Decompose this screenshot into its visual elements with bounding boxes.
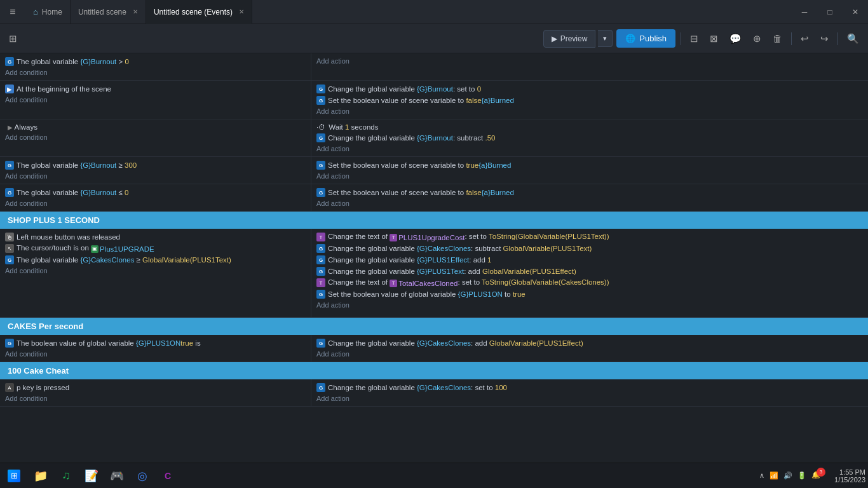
publish-button[interactable]: 🌐 Publish (616, 29, 675, 48)
close-button[interactable]: ✕ (843, 0, 868, 24)
condition-text: The global variable {G}Burnout ≤ 0 (17, 189, 128, 196)
global-var-icon: G (316, 255, 325, 264)
event-group-header[interactable]: SHOP PLUS 1 SECOND (0, 212, 868, 229)
action-item: GSet the boolean value of scene variable… (316, 159, 863, 171)
event-group-header[interactable]: CAKES Per second (0, 318, 868, 335)
action-text: Change the global variable {G}PLUS1Effec… (328, 256, 491, 264)
event-row: ▶At the beginning of the sceneAdd condit… (0, 81, 868, 119)
taskbar-app-cursor[interactable]: C (156, 464, 179, 487)
global-var-icon: G (316, 290, 325, 299)
tab-untitled-scene-close[interactable]: ✕ (133, 8, 138, 15)
tab-untitled-scene[interactable]: Untitled scene ✕ (71, 0, 146, 24)
taskbar-app-notepad[interactable]: 📝 (80, 464, 103, 487)
taskbar-app-chrome[interactable]: ◎ (131, 464, 154, 487)
search-button[interactable]: 🔍 (843, 30, 863, 47)
condition-text: The cursor/touch is on ▣Plus1UPGRADE (17, 244, 154, 253)
taskbar-app-spotify[interactable]: ♫ (55, 464, 78, 487)
notification-area[interactable]: 🔔3 (811, 471, 829, 480)
conditions-column: 🖱Left mouse button was released↖The curs… (0, 229, 311, 317)
maximize-button[interactable]: □ (817, 0, 843, 24)
condition-text: Left mouse button was released (17, 233, 120, 241)
start-button[interactable]: ⊞ (3, 464, 25, 487)
action-item: GChange the global variable {G}Burnout: … (316, 83, 863, 95)
conditions-column: GThe global variable {G}Burnout ≥ 300Add… (0, 157, 311, 184)
add-condition-link[interactable]: Add condition (5, 393, 306, 403)
add-condition-link[interactable]: Add condition (5, 198, 306, 208)
tab-events[interactable]: Untitled scene (Events) ✕ (146, 0, 252, 24)
conditions-column: ▶At the beginning of the sceneAdd condit… (0, 81, 311, 119)
delete-button[interactable]: 🗑 (769, 30, 786, 46)
event-row: ▶ AlwaysAdd condition·⏱Wait 1 secondsGCh… (0, 119, 868, 157)
condition-text: p key is pressed (17, 384, 69, 391)
add-condition-link[interactable]: Add condition (5, 171, 306, 181)
wait-icon: ·⏱ (316, 123, 326, 131)
global-var-icon: G (316, 161, 325, 170)
action-item: GChange the global variable {G}CakesClon… (316, 337, 863, 349)
layout-toggle-button[interactable]: ⊞ (5, 30, 21, 47)
action-item: GSet the boolean value of scene variable… (316, 95, 863, 106)
group-label: SHOP PLUS 1 SECOND (8, 215, 100, 225)
text-icon: T (316, 278, 325, 287)
add-action-link[interactable]: Add action (316, 393, 863, 403)
layers-button[interactable]: ⊟ (686, 30, 702, 47)
action-text: Wait 1 seconds (329, 123, 378, 131)
systray-chevron[interactable]: ∧ (759, 471, 764, 480)
add-action-link[interactable]: Add action (316, 198, 863, 208)
minimize-button[interactable]: ─ (792, 0, 817, 24)
action-text: Set the boolean value of scene variable … (328, 189, 514, 196)
notification-badge: 3 (817, 468, 825, 477)
preview-button[interactable]: ▶ Preview (543, 30, 596, 48)
condition-item: GThe global variable {G}Burnout ≤ 0 (5, 187, 306, 198)
tab-events-close[interactable]: ✕ (239, 8, 244, 15)
condition-text: The global variable {G}CakesClones ≥ Glo… (17, 256, 231, 264)
keyboard-icon: A (5, 383, 14, 392)
actions-column: Add action (311, 53, 868, 80)
event-row: GThe global variable {G}Burnout > 0Add c… (0, 53, 868, 81)
add-action-link[interactable]: Add action (316, 171, 863, 181)
tab-home[interactable]: ⌂ Home (25, 0, 71, 24)
add-action-link[interactable]: Add action (316, 56, 863, 66)
global-var-icon: G (316, 188, 325, 197)
action-item: GChange the global variable {G}CakesClon… (316, 382, 863, 393)
preview-play-icon: ▶ (552, 34, 557, 43)
mouse-icon: 🖱 (5, 233, 14, 241)
event-group-header[interactable]: 100 Cake Cheat (0, 362, 868, 379)
taskbar-clock[interactable]: 1:55 PM 1/15/2023 (834, 468, 865, 484)
taskbar-app-steam[interactable]: 🎮 (105, 464, 128, 487)
add-action-link[interactable]: Add action (316, 106, 863, 116)
preview-dropdown-button[interactable]: ▾ (598, 30, 613, 47)
action-item: GSet the boolean value of scene variable… (316, 187, 863, 198)
grid-button[interactable]: ⊠ (706, 30, 722, 47)
add-condition-link[interactable]: Add condition (5, 132, 306, 142)
add-button[interactable]: ⊕ (749, 30, 765, 47)
action-text: Change the global variable {G}Burnout: s… (328, 85, 481, 93)
event-row: 🖱Left mouse button was released↖The curs… (0, 229, 868, 318)
event-row: GThe boolean value of global variable {G… (0, 335, 868, 362)
redo-button[interactable]: ↪ (817, 30, 832, 47)
add-action-link[interactable]: Add action (316, 349, 863, 359)
global-var-icon: G (5, 57, 14, 66)
add-condition-link[interactable]: Add condition (5, 349, 306, 359)
add-action-link[interactable]: Add action (316, 144, 863, 154)
action-text: Change the text of TPLUS1UpgradeCost: se… (328, 233, 609, 241)
taskbar-time-display: 1:55 PM (834, 468, 865, 476)
add-condition-link[interactable]: Add condition (5, 67, 306, 78)
actions-column: ·⏱Wait 1 secondsGChange the global varia… (311, 119, 868, 156)
undo-button[interactable]: ↩ (797, 30, 813, 47)
add-condition-link[interactable]: Add condition (5, 95, 306, 105)
condition-text: At the beginning of the scene (17, 85, 111, 93)
title-bar: ≡ ⌂ Home Untitled scene ✕ Untitled scene… (0, 0, 868, 24)
comment-button[interactable]: 💬 (726, 30, 745, 47)
add-action-link[interactable]: Add action (316, 300, 863, 310)
preview-label: Preview (560, 34, 588, 43)
taskbar-app-explorer[interactable]: 📁 (29, 464, 52, 487)
conditions-column: ▶ AlwaysAdd condition (0, 119, 311, 156)
event-row: GThe global variable {G}Burnout ≤ 0Add c… (0, 184, 868, 212)
event-row: GThe global variable {G}Burnout ≥ 300Add… (0, 157, 868, 184)
action-text: Change the text of TTotalCakesCloned: se… (328, 278, 609, 287)
add-condition-link[interactable]: Add condition (5, 266, 306, 276)
condition-item: ▶At the beginning of the scene (5, 83, 306, 95)
global-var-icon: G (5, 188, 14, 197)
menu-button[interactable]: ≡ (0, 0, 25, 24)
global-var-icon: G (316, 244, 325, 253)
